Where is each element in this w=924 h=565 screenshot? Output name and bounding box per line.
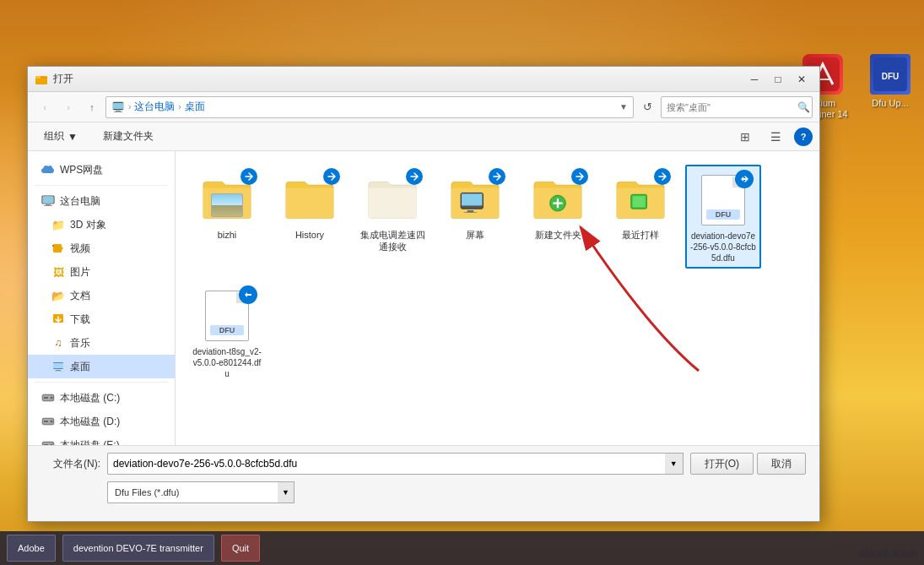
nav-item-pc[interactable]: 这台电脑 <box>28 189 175 213</box>
nav-pc-label: 这台电脑 <box>60 194 100 209</box>
view-list-button[interactable]: ☰ <box>764 126 787 148</box>
svg-rect-28 <box>44 421 48 422</box>
pingmu-folder-icon <box>448 171 502 225</box>
svg-rect-19 <box>56 370 61 371</box>
nav-downloads-label: 下载 <box>70 312 90 327</box>
jicheng-name: 集成电调差速四通接收 <box>358 229 427 253</box>
nav-sep2 <box>35 382 168 383</box>
dfu-label: Dfu Up... <box>872 98 908 109</box>
history-sync-badge <box>323 168 340 185</box>
devo7e-icon: DFU <box>696 173 750 227</box>
taskbar: Adobe devention DEVO-7E transmitter Quit <box>0 531 924 565</box>
svg-marker-15 <box>62 247 63 250</box>
breadcrumb-pc[interactable]: 这台电脑 <box>134 100 175 114</box>
file-item-t8sg[interactable]: DFU deviation-t8sg_v2-v5.0.0-e801244.dfu <box>189 282 265 383</box>
filetype-dropdown-btn[interactable]: ▼ <box>278 481 294 503</box>
jicheng-folder-icon <box>365 171 419 225</box>
dialog-title-icon <box>35 73 48 86</box>
file-item-pingmu[interactable]: 屏幕 <box>437 165 513 269</box>
footer-row-filename: 文件名(N): ▼ 打开(O) 取消 <box>41 453 806 475</box>
search-wrapper: 🔍 <box>661 96 813 118</box>
drive-c-icon <box>41 391 55 405</box>
forward-button[interactable]: › <box>58 97 78 117</box>
svg-rect-8 <box>114 111 122 112</box>
nav-item-documents[interactable]: 📂 文档 <box>28 284 175 307</box>
folder-3d-icon: 📁 <box>51 218 65 231</box>
close-button[interactable]: ✕ <box>791 70 813 89</box>
nav-video-label: 视频 <box>70 242 90 256</box>
cloud-icon <box>41 163 55 177</box>
nav-item-drive-d[interactable]: 本地磁盘 (D:) <box>28 410 175 433</box>
svg-rect-14 <box>52 245 54 247</box>
back-button[interactable]: ‹ <box>35 97 55 117</box>
file-item-new-folder[interactable]: 新建文件夹 <box>520 165 596 269</box>
quit-button[interactable]: Quit <box>221 535 260 562</box>
nav-item-drive-c[interactable]: 本地磁盘 (C:) <box>28 386 175 410</box>
toolbar: 组织 ▼ 新建文件夹 ⊞ ☰ ? <box>28 122 819 151</box>
nav-item-3d[interactable]: 📁 3D 对象 <box>28 213 175 236</box>
svg-point-23 <box>51 397 53 399</box>
nav-item-downloads[interactable]: 下载 <box>28 307 175 331</box>
nav-item-wps[interactable]: WPS网盘 <box>28 158 175 182</box>
help-button[interactable]: ? <box>794 128 813 146</box>
file-item-jicheng[interactable]: 集成电调差速四通接收 <box>354 165 430 269</box>
t8sg-name: deviation-t8sg_v2-v5.0.0-e801244.dfu <box>192 346 262 379</box>
new-folder-button[interactable]: 新建文件夹 <box>94 126 163 148</box>
pictures-icon: 🖼 <box>51 265 65 279</box>
svg-rect-10 <box>43 197 53 203</box>
dfu-ext-label: DFU <box>706 209 740 220</box>
cancel-button[interactable]: 取消 <box>757 453 806 475</box>
file-item-history[interactable]: History <box>272 165 348 269</box>
maximize-button[interactable]: □ <box>767 70 789 89</box>
nav-item-video[interactable]: 视频 <box>28 236 175 260</box>
minimize-button[interactable]: ─ <box>743 70 765 89</box>
view-preview-button[interactable]: ⊞ <box>733 126 757 148</box>
open-button[interactable]: 打开(O) <box>690 453 754 475</box>
breadcrumb: › 这台电脑 › 桌面 ▼ <box>105 96 634 118</box>
dialog-footer: 文件名(N): ▼ 打开(O) 取消 Dfu Files (*.dfu) ▼ <box>28 445 819 521</box>
svg-rect-18 <box>53 363 63 368</box>
t8sg-icon: DFU <box>200 289 254 343</box>
documents-icon: 📂 <box>51 289 65 302</box>
nav-item-pictures[interactable]: 🖼 图片 <box>28 260 175 284</box>
refresh-button[interactable]: ↺ <box>637 97 657 117</box>
svg-rect-4 <box>35 76 41 79</box>
filename-input[interactable] <box>107 453 665 475</box>
up-button[interactable]: ↑ <box>82 97 102 117</box>
bizhi-sync-badge <box>240 168 257 185</box>
filename-input-wrapper: ▼ <box>107 453 684 475</box>
zuijin-sync-badge <box>654 168 671 185</box>
history-folder-icon <box>283 171 337 225</box>
breadcrumb-desktop[interactable]: 桌面 <box>185 100 205 114</box>
filename-dropdown-btn[interactable]: ▼ <box>665 453 684 475</box>
svg-rect-43 <box>462 193 482 205</box>
taskbar-devention[interactable]: devention DEVO-7E transmitter <box>62 535 214 562</box>
nav-item-music[interactable]: ♫ 音乐 <box>28 331 175 355</box>
pc-icon <box>111 101 125 114</box>
file-item-zuijin[interactable]: 最近打样 <box>602 165 678 269</box>
bizhi-folder-icon <box>200 171 254 225</box>
pc-nav-icon <box>41 194 55 208</box>
organize-button[interactable]: 组织 ▼ <box>35 126 87 148</box>
svg-rect-20 <box>54 371 62 372</box>
search-button[interactable]: 🔍 <box>797 101 810 113</box>
taskbar-adobe-label: Adobe <box>18 543 45 553</box>
svg-rect-12 <box>44 205 52 206</box>
downloads-icon <box>51 312 65 326</box>
nav-wps-label: WPS网盘 <box>60 163 103 177</box>
search-input[interactable] <box>661 96 813 118</box>
svg-rect-6 <box>113 103 123 109</box>
file-item-bizhi[interactable]: bizhi <box>189 165 265 269</box>
nav-item-desktop[interactable]: 桌面 <box>28 355 175 378</box>
nav-item-drive-e[interactable]: 本地磁盘 (E:) <box>28 433 175 445</box>
pingmu-sync-badge <box>489 168 505 185</box>
desktop-icon-dfu[interactable]: DFU Dfu Up... <box>856 51 924 112</box>
nav-drive-d-label: 本地磁盘 (D:) <box>60 415 120 429</box>
breadcrumb-dropdown[interactable]: ▼ <box>619 102 628 111</box>
taskbar-devention-label: devention DEVO-7E transmitter <box>73 543 203 553</box>
taskbar-adobe[interactable]: Adobe <box>7 535 56 562</box>
dialog-title-text: 打开 <box>53 72 743 86</box>
file-item-devo7e[interactable]: DFU deviation-devo7e-256-v5.0.0-8cfcb5d.… <box>685 165 761 269</box>
drive-d-icon <box>41 415 55 428</box>
t8sg-ext-label: DFU <box>210 325 244 335</box>
